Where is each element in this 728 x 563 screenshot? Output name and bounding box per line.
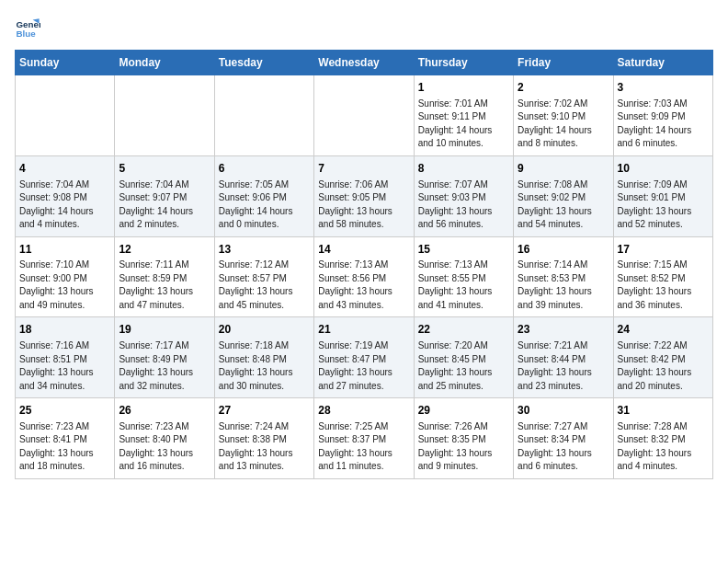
day-info: Sunrise: 7:04 AM Sunset: 9:07 PM Dayligh… (119, 178, 210, 232)
day-cell: 13Sunrise: 7:12 AM Sunset: 8:57 PM Dayli… (214, 236, 313, 317)
day-info: Sunrise: 7:10 AM Sunset: 9:00 PM Dayligh… (19, 259, 110, 312)
day-info: Sunrise: 7:03 AM Sunset: 9:09 PM Dayligh… (618, 98, 709, 151)
day-info: Sunrise: 7:05 AM Sunset: 9:06 PM Dayligh… (219, 178, 310, 232)
calendar-header-row: SundayMondayTuesdayWednesdayThursdayFrid… (16, 51, 713, 75)
day-number: 14 (318, 242, 409, 258)
header: General Blue (15, 15, 713, 40)
day-cell: 4Sunrise: 7:04 AM Sunset: 9:08 PM Daylig… (16, 155, 115, 236)
day-info: Sunrise: 7:04 AM Sunset: 9:08 PM Dayligh… (19, 178, 110, 232)
day-cell: 24Sunrise: 7:22 AM Sunset: 8:42 PM Dayli… (613, 317, 712, 398)
day-number: 6 (219, 161, 310, 177)
day-number: 12 (119, 242, 210, 258)
day-number: 20 (219, 322, 310, 338)
day-info: Sunrise: 7:08 AM Sunset: 9:02 PM Dayligh… (518, 178, 609, 232)
day-number: 18 (19, 322, 110, 338)
day-cell: 20Sunrise: 7:18 AM Sunset: 8:48 PM Dayli… (214, 317, 313, 398)
day-cell: 25Sunrise: 7:23 AM Sunset: 8:41 PM Dayli… (16, 398, 115, 479)
day-info: Sunrise: 7:02 AM Sunset: 9:10 PM Dayligh… (518, 98, 609, 151)
day-number: 8 (418, 161, 509, 177)
day-cell: 22Sunrise: 7:20 AM Sunset: 8:45 PM Dayli… (414, 317, 513, 398)
day-number: 29 (418, 403, 509, 419)
logo-icon: General Blue (15, 15, 40, 40)
day-info: Sunrise: 7:09 AM Sunset: 9:01 PM Dayligh… (618, 178, 709, 232)
day-number: 16 (518, 242, 609, 258)
day-number: 10 (618, 161, 709, 177)
day-info: Sunrise: 7:18 AM Sunset: 8:48 PM Dayligh… (219, 339, 310, 393)
week-row-4: 18Sunrise: 7:16 AM Sunset: 8:51 PM Dayli… (16, 317, 713, 398)
day-info: Sunrise: 7:14 AM Sunset: 8:53 PM Dayligh… (518, 259, 609, 312)
day-number: 5 (119, 161, 210, 177)
calendar-table: SundayMondayTuesdayWednesdayThursdayFrid… (15, 50, 713, 479)
day-info: Sunrise: 7:01 AM Sunset: 9:11 PM Dayligh… (418, 98, 509, 151)
day-number: 1 (418, 80, 509, 96)
day-number: 27 (219, 403, 310, 419)
day-info: Sunrise: 7:17 AM Sunset: 8:49 PM Dayligh… (119, 339, 210, 393)
day-number: 4 (19, 161, 110, 177)
logo: General Blue (15, 15, 44, 40)
day-cell: 12Sunrise: 7:11 AM Sunset: 8:59 PM Dayli… (115, 236, 214, 317)
day-number: 15 (418, 242, 509, 258)
header-thursday: Thursday (414, 51, 513, 75)
header-monday: Monday (115, 51, 214, 75)
week-row-2: 4Sunrise: 7:04 AM Sunset: 9:08 PM Daylig… (16, 155, 713, 236)
day-cell (16, 75, 115, 156)
day-cell: 10Sunrise: 7:09 AM Sunset: 9:01 PM Dayli… (613, 155, 712, 236)
day-cell: 6Sunrise: 7:05 AM Sunset: 9:06 PM Daylig… (214, 155, 313, 236)
header-saturday: Saturday (613, 51, 712, 75)
day-cell: 30Sunrise: 7:27 AM Sunset: 8:34 PM Dayli… (514, 398, 613, 479)
day-number: 11 (19, 242, 110, 258)
day-number: 26 (119, 403, 210, 419)
week-row-1: 1Sunrise: 7:01 AM Sunset: 9:11 PM Daylig… (16, 75, 713, 156)
day-cell: 23Sunrise: 7:21 AM Sunset: 8:44 PM Dayli… (514, 317, 613, 398)
day-info: Sunrise: 7:11 AM Sunset: 8:59 PM Dayligh… (119, 259, 210, 312)
day-info: Sunrise: 7:23 AM Sunset: 8:40 PM Dayligh… (119, 420, 210, 474)
day-cell (115, 75, 214, 156)
day-cell: 14Sunrise: 7:13 AM Sunset: 8:56 PM Dayli… (314, 236, 414, 317)
day-cell: 18Sunrise: 7:16 AM Sunset: 8:51 PM Dayli… (16, 317, 115, 398)
day-cell: 15Sunrise: 7:13 AM Sunset: 8:55 PM Dayli… (414, 236, 513, 317)
day-cell: 29Sunrise: 7:26 AM Sunset: 8:35 PM Dayli… (414, 398, 513, 479)
day-cell: 19Sunrise: 7:17 AM Sunset: 8:49 PM Dayli… (115, 317, 214, 398)
week-row-3: 11Sunrise: 7:10 AM Sunset: 9:00 PM Dayli… (16, 236, 713, 317)
header-friday: Friday (514, 51, 613, 75)
day-number: 28 (318, 403, 409, 419)
header-sunday: Sunday (16, 51, 115, 75)
day-info: Sunrise: 7:16 AM Sunset: 8:51 PM Dayligh… (19, 339, 110, 393)
day-number: 22 (418, 322, 509, 338)
day-cell: 7Sunrise: 7:06 AM Sunset: 9:05 PM Daylig… (314, 155, 414, 236)
day-info: Sunrise: 7:24 AM Sunset: 8:38 PM Dayligh… (219, 420, 310, 474)
day-cell: 1Sunrise: 7:01 AM Sunset: 9:11 PM Daylig… (414, 75, 513, 156)
day-info: Sunrise: 7:28 AM Sunset: 8:32 PM Dayligh… (618, 420, 709, 474)
day-cell: 21Sunrise: 7:19 AM Sunset: 8:47 PM Dayli… (314, 317, 414, 398)
day-cell: 17Sunrise: 7:15 AM Sunset: 8:52 PM Dayli… (613, 236, 712, 317)
day-cell: 9Sunrise: 7:08 AM Sunset: 9:02 PM Daylig… (514, 155, 613, 236)
day-number: 13 (219, 242, 310, 258)
day-number: 19 (119, 322, 210, 338)
day-info: Sunrise: 7:06 AM Sunset: 9:05 PM Dayligh… (318, 178, 409, 232)
day-number: 7 (318, 161, 409, 177)
day-info: Sunrise: 7:12 AM Sunset: 8:57 PM Dayligh… (219, 259, 310, 312)
day-cell: 16Sunrise: 7:14 AM Sunset: 8:53 PM Dayli… (514, 236, 613, 317)
day-cell: 31Sunrise: 7:28 AM Sunset: 8:32 PM Dayli… (613, 398, 712, 479)
day-cell: 26Sunrise: 7:23 AM Sunset: 8:40 PM Dayli… (115, 398, 214, 479)
day-number: 17 (618, 242, 709, 258)
day-number: 30 (518, 403, 609, 419)
day-info: Sunrise: 7:19 AM Sunset: 8:47 PM Dayligh… (318, 339, 409, 393)
day-info: Sunrise: 7:26 AM Sunset: 8:35 PM Dayligh… (418, 420, 509, 474)
day-cell: 8Sunrise: 7:07 AM Sunset: 9:03 PM Daylig… (414, 155, 513, 236)
week-row-5: 25Sunrise: 7:23 AM Sunset: 8:41 PM Dayli… (16, 398, 713, 479)
day-number: 24 (618, 322, 709, 338)
day-number: 9 (518, 161, 609, 177)
day-number: 23 (518, 322, 609, 338)
day-number: 3 (618, 80, 709, 96)
header-tuesday: Tuesday (214, 51, 313, 75)
day-info: Sunrise: 7:07 AM Sunset: 9:03 PM Dayligh… (418, 178, 509, 232)
day-cell: 5Sunrise: 7:04 AM Sunset: 9:07 PM Daylig… (115, 155, 214, 236)
header-wednesday: Wednesday (314, 51, 414, 75)
day-number: 31 (618, 403, 709, 419)
day-cell (314, 75, 414, 156)
day-cell (214, 75, 313, 156)
day-info: Sunrise: 7:15 AM Sunset: 8:52 PM Dayligh… (618, 259, 709, 312)
day-info: Sunrise: 7:13 AM Sunset: 8:56 PM Dayligh… (318, 259, 409, 312)
day-info: Sunrise: 7:20 AM Sunset: 8:45 PM Dayligh… (418, 339, 509, 393)
